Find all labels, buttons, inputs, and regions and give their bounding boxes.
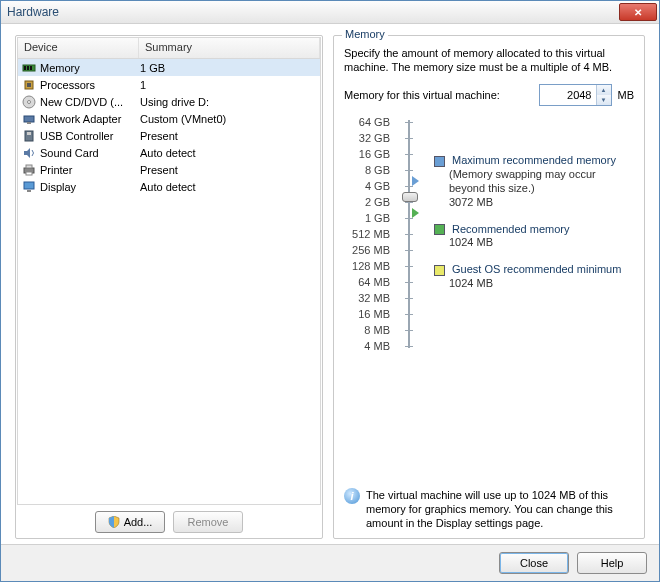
tick-label: 4 MB (344, 338, 390, 354)
table-row[interactable]: DisplayAuto detect (18, 178, 320, 195)
memory-label: Memory for this virtual machine: (344, 89, 533, 101)
network-icon (22, 112, 36, 126)
tick-label: 8 GB (344, 162, 390, 178)
column-device[interactable]: Device (18, 38, 139, 58)
printer-icon (22, 163, 36, 177)
device-summary: Present (140, 130, 316, 142)
device-name: New CD/DVD (... (40, 96, 136, 108)
tick-label: 512 MB (344, 226, 390, 242)
tick-label: 16 GB (344, 146, 390, 162)
svg-rect-1 (24, 66, 26, 70)
sound-icon (22, 146, 36, 160)
svg-rect-9 (27, 122, 31, 124)
memory-icon (22, 61, 36, 75)
rec-swatch-icon (434, 224, 445, 235)
svg-rect-13 (26, 165, 32, 168)
device-summary: 1 GB (140, 62, 316, 74)
device-name: Sound Card (40, 147, 136, 159)
device-list-panel: Device Summary Memory1 GBProcessors1New … (15, 35, 323, 539)
min-swatch-icon (434, 265, 445, 276)
device-name: Printer (40, 164, 136, 176)
close-button[interactable]: Close (499, 552, 569, 574)
window-title: Hardware (7, 5, 59, 19)
device-summary: Auto detect (140, 147, 316, 159)
device-summary: 1 (140, 79, 316, 91)
memory-group: Memory Specify the amount of memory allo… (333, 35, 645, 539)
tick-label: 16 MB (344, 306, 390, 322)
memory-spinner[interactable]: ▲▼ (539, 84, 612, 106)
hardware-dialog: Hardware ✕ Device Summary Memory1 GBProc… (0, 0, 660, 582)
svg-rect-11 (27, 132, 31, 135)
memory-slider[interactable] (398, 114, 420, 354)
titlebar: Hardware ✕ (1, 1, 659, 24)
device-name: USB Controller (40, 130, 136, 142)
device-table: Device Summary Memory1 GBProcessors1New … (17, 37, 321, 505)
table-row[interactable]: New CD/DVD (...Using drive D: (18, 93, 320, 110)
tick-label: 64 MB (344, 274, 390, 290)
tick-label: 4 GB (344, 178, 390, 194)
device-table-header: Device Summary (18, 38, 320, 59)
svg-rect-14 (26, 172, 32, 175)
group-title: Memory (342, 28, 388, 40)
tick-label: 1 GB (344, 210, 390, 226)
device-summary: Custom (VMnet0) (140, 113, 316, 125)
tick-label: 8 MB (344, 322, 390, 338)
max-marker-icon (412, 176, 419, 186)
table-row[interactable]: USB ControllerPresent (18, 127, 320, 144)
rec-marker-icon (412, 208, 419, 218)
tick-label: 2 GB (344, 194, 390, 210)
device-summary: Auto detect (140, 181, 316, 193)
svg-rect-5 (27, 83, 31, 87)
device-name: Display (40, 181, 136, 193)
info-message: i The virtual machine will use up to 102… (344, 488, 634, 530)
table-row[interactable]: Memory1 GB (18, 59, 320, 76)
tick-label: 128 MB (344, 258, 390, 274)
memory-legend: Maximum recommended memory (Memory swapp… (428, 114, 634, 354)
spin-down-icon[interactable]: ▼ (597, 95, 611, 105)
add-button[interactable]: Add... (95, 511, 165, 533)
memory-unit: MB (618, 89, 635, 101)
help-button[interactable]: Help (577, 552, 647, 574)
remove-button: Remove (173, 511, 243, 533)
svg-rect-2 (27, 66, 29, 70)
table-row[interactable]: Network AdapterCustom (VMnet0) (18, 110, 320, 127)
device-summary: Using drive D: (140, 96, 316, 108)
svg-rect-15 (24, 182, 34, 189)
shield-icon (108, 516, 120, 528)
display-icon (22, 180, 36, 194)
tick-label: 32 MB (344, 290, 390, 306)
svg-rect-8 (24, 116, 34, 122)
table-row[interactable]: Sound CardAuto detect (18, 144, 320, 161)
device-name: Memory (40, 62, 136, 74)
memory-input[interactable] (540, 85, 596, 105)
cd-icon (22, 95, 36, 109)
max-swatch-icon (434, 156, 445, 167)
usb-icon (22, 129, 36, 143)
device-summary: Present (140, 164, 316, 176)
svg-rect-3 (30, 66, 32, 70)
processors-icon (22, 78, 36, 92)
tick-label: 32 GB (344, 130, 390, 146)
close-icon[interactable]: ✕ (619, 3, 657, 21)
tick-label: 64 GB (344, 114, 390, 130)
svg-rect-16 (27, 190, 31, 192)
tick-label: 256 MB (344, 242, 390, 258)
info-icon: i (344, 488, 360, 504)
column-summary[interactable]: Summary (139, 38, 320, 58)
device-name: Network Adapter (40, 113, 136, 125)
slider-thumb[interactable] (402, 192, 418, 202)
dialog-footer: Close Help (1, 544, 659, 581)
memory-description: Specify the amount of memory allocated t… (344, 46, 634, 74)
device-name: Processors (40, 79, 136, 91)
spin-up-icon[interactable]: ▲ (597, 85, 611, 95)
svg-point-7 (28, 100, 31, 103)
table-row[interactable]: Processors1 (18, 76, 320, 93)
table-row[interactable]: PrinterPresent (18, 161, 320, 178)
slider-ticks: 64 GB32 GB16 GB8 GB4 GB2 GB1 GB512 MB256… (344, 114, 390, 354)
